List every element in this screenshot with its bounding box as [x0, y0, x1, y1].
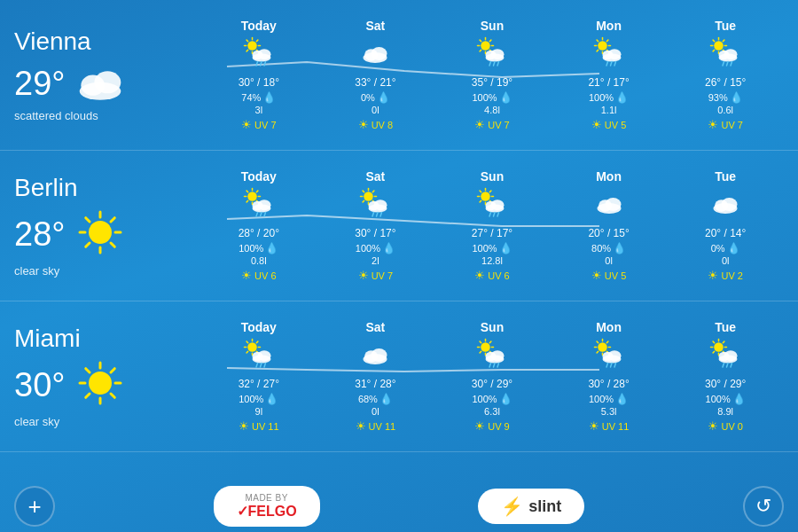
svg-line-65 [731, 62, 732, 66]
day-label: Sun [481, 19, 504, 33]
day-precip: 100% 💧 [472, 242, 512, 254]
svg-line-167 [497, 364, 499, 368]
svg-line-68 [111, 243, 114, 246]
svg-point-66 [89, 221, 112, 244]
svg-point-146 [257, 350, 270, 361]
day-temps: 30° / 17° [355, 227, 395, 239]
day-uv: ☀ UV 7 [241, 118, 276, 131]
day-label: Today [241, 19, 277, 33]
day-label: Mon [596, 19, 622, 33]
forecast-day-3: Mon 30° / 28° 100% 💧 5.3l ☀ UV 11 [551, 317, 668, 436]
day-rain: 0l [722, 255, 730, 266]
day-rain: 4.8l [484, 105, 500, 115]
forecast-day-1: Sat 33° / 21° 0% 💧 0l ☀ UV 8 [317, 15, 434, 135]
forecast-day-1: Sat 31° / 28° 68% 💧 0l ☀ UV 11 [317, 317, 434, 436]
svg-line-119 [497, 213, 499, 217]
uv-sun-icon: ☀ [239, 419, 249, 433]
made-by-label: MADE BY [245, 493, 288, 503]
day-precip: 74% 💧 [241, 91, 276, 104]
uv-sun-icon: ☀ [708, 118, 718, 131]
day-icon [593, 187, 625, 223]
day-temps: 26° / 15° [705, 76, 746, 89]
svg-line-16 [260, 62, 262, 66]
day-precip: 100% 💧 [589, 393, 629, 405]
refresh-button[interactable]: ↺ [743, 486, 784, 527]
svg-point-21 [481, 41, 490, 51]
felgo-brand: ✓FELGO [237, 503, 297, 520]
day-label: Tue [715, 320, 736, 334]
day-icon [243, 36, 275, 73]
city-temp: 29° [14, 65, 65, 103]
day-icon [709, 338, 741, 374]
svg-line-7 [246, 50, 248, 51]
city-temp: 30° [14, 366, 65, 404]
city-description: clear sky [14, 264, 200, 278]
uv-sun-icon: ☀ [358, 118, 369, 131]
svg-point-122 [605, 198, 621, 211]
forecast-day-4: Tue 30° / 29° 100% 💧 8.9l ☀ UV 0 [667, 317, 784, 436]
svg-line-33 [489, 62, 491, 66]
day-temps: 30° / 29° [472, 378, 512, 390]
uv-sun-icon: ☀ [708, 269, 718, 282]
forecast-day-2: Sun 30° / 29° 100% 💧 6.3l ☀ UV 9 [434, 317, 551, 436]
svg-line-59 [723, 40, 724, 42]
day-uv: ☀ UV 7 [474, 118, 509, 131]
day-label: Mon [596, 169, 622, 184]
city-current-icon [74, 356, 127, 413]
bottom-bar: + MADE BY ✓FELGO ⚡ slint ↺ [0, 481, 798, 532]
day-label: Sat [365, 320, 385, 334]
forecast-day-0: Today 28° / 20° 100% 💧 0.8l ☀ UV 6 [200, 166, 317, 286]
city-row-berlin: Berlin 28° clear sky Today 28° / 20° 100… [0, 151, 798, 301]
plus-icon: + [27, 493, 41, 520]
svg-point-125 [722, 198, 738, 211]
city-name: Vienna [14, 27, 200, 56]
slint-badge: ⚡ slint [478, 489, 584, 524]
day-rain: 2l [372, 255, 379, 266]
svg-line-96 [364, 191, 365, 192]
svg-point-14 [257, 49, 270, 59]
day-rain: 9l [255, 406, 263, 417]
city-description: clear sky [14, 415, 200, 428]
svg-line-88 [260, 213, 262, 217]
add-button[interactable]: + [14, 486, 55, 527]
uv-sun-icon: ☀ [591, 118, 602, 131]
day-precip: 100% 💧 [472, 91, 512, 104]
day-icon [359, 36, 391, 73]
slint-text: slint [528, 497, 561, 516]
uv-sun-icon: ☀ [708, 419, 718, 433]
made-by-badge: MADE BY ✓FELGO [214, 486, 320, 527]
day-icon [476, 36, 508, 73]
svg-line-147 [256, 364, 258, 368]
day-rain: 5.3l [601, 406, 617, 417]
svg-point-194 [724, 350, 738, 361]
day-rain: 0l [605, 255, 613, 266]
day-icon [243, 187, 275, 223]
svg-line-149 [264, 364, 266, 368]
day-precip: 100% 💧 [356, 242, 395, 254]
city-name: Miami [14, 325, 200, 353]
svg-point-51 [714, 41, 724, 51]
svg-point-126 [89, 372, 112, 395]
svg-line-70 [86, 243, 90, 246]
svg-point-179 [607, 350, 621, 361]
uv-sun-icon: ☀ [358, 269, 369, 282]
day-precip: 80% 💧 [591, 242, 626, 254]
svg-line-174 [597, 341, 598, 343]
svg-line-35 [497, 62, 499, 66]
city-row-miami: Miami 30° clear sky Today 32° / 27° 100%… [0, 301, 798, 452]
svg-point-153 [481, 342, 490, 352]
svg-line-104 [380, 213, 382, 217]
svg-line-87 [256, 213, 258, 217]
forecast-day-4: Tue 26° / 15° 93% 💧 0.6l ☀ UV 7 [667, 15, 784, 135]
forecast-day-2: Sun 35° / 19° 100% 💧 4.8l ☀ UV 7 [434, 15, 551, 135]
svg-line-29 [489, 40, 491, 42]
svg-line-74 [111, 218, 114, 222]
svg-line-72 [86, 218, 90, 222]
day-rain: 0l [372, 406, 379, 417]
day-uv: ☀ UV 6 [241, 269, 276, 282]
svg-line-94 [364, 200, 365, 202]
svg-point-47 [607, 49, 621, 59]
day-precip: 0% 💧 [711, 242, 740, 254]
day-temps: 27° / 17° [472, 227, 512, 239]
svg-line-9 [246, 40, 248, 42]
